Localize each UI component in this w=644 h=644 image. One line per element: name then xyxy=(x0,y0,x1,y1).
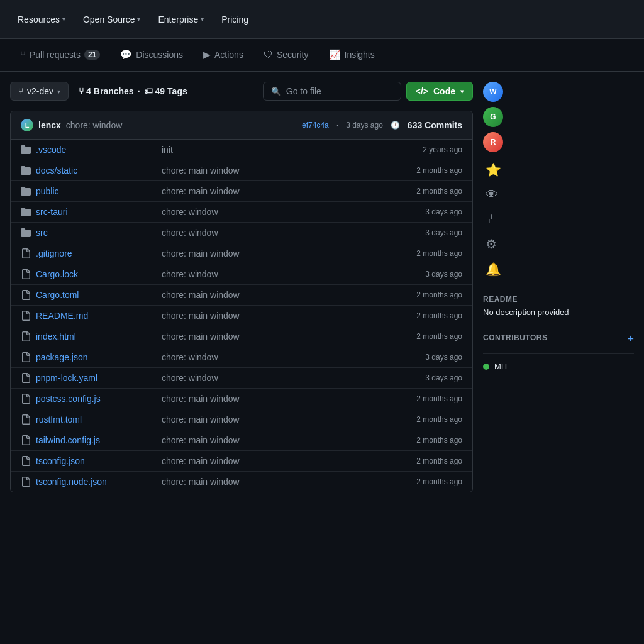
nav-opensource-chevron: ▾ xyxy=(137,16,140,23)
file-commit-message: chore: window xyxy=(162,207,387,217)
table-row: index.html chore: main window 2 months a… xyxy=(11,326,472,347)
file-name[interactable]: rustfmt.toml xyxy=(36,414,162,425)
commit-meta: ef74c4a · 3 days ago 🕐 633 Commits xyxy=(302,120,462,130)
file-name[interactable]: README.md xyxy=(36,311,162,321)
file-time: 2 months ago xyxy=(387,436,462,445)
table-row: tsconfig.json chore: main window 2 month… xyxy=(11,451,472,472)
branch-icon: ⑂ xyxy=(18,86,23,96)
file-name[interactable]: tailwind.config.js xyxy=(36,435,162,445)
nav-opensource[interactable]: Open Source ▾ xyxy=(75,9,148,30)
commit-time: 3 days ago xyxy=(346,121,383,130)
license-row: MIT xyxy=(483,362,634,371)
license-value: MIT xyxy=(494,362,508,371)
file-rows: .vscode init 2 years ago docs/static cho… xyxy=(11,140,472,492)
nav-enterprise[interactable]: Enterprise ▾ xyxy=(150,9,211,30)
table-row: public chore: main window 2 months ago xyxy=(11,181,472,202)
file-commit-message: chore: window xyxy=(162,228,387,238)
tab-pull-requests-label: Pull requests xyxy=(30,50,80,60)
file-commit-message: init xyxy=(162,145,387,155)
sidebar-avatar-3[interactable]: R xyxy=(483,132,503,152)
file-time: 3 days ago xyxy=(387,374,462,382)
readme-label: README xyxy=(483,295,634,304)
discussions-icon: 💬 xyxy=(120,49,132,60)
file-commit-message: chore: main window xyxy=(162,248,387,258)
sidebar-contributor-section: Contributors + xyxy=(483,325,634,346)
file-name[interactable]: .gitignore xyxy=(36,248,162,258)
nav-resources[interactable]: Resources ▾ xyxy=(10,9,73,30)
branch-name: v2-dev xyxy=(27,86,53,96)
file-name[interactable]: postcss.config.js xyxy=(36,394,162,404)
pull-requests-icon: ⑂ xyxy=(20,49,26,60)
pull-requests-badge: 21 xyxy=(84,50,100,60)
file-name[interactable]: Cargo.lock xyxy=(36,269,162,279)
right-sidebar: W G R ⭐ 👁 ⑂ ⚙ 🔔 README No description pr… xyxy=(483,82,634,492)
file-name[interactable]: package.json xyxy=(36,352,162,362)
file-name[interactable]: src xyxy=(36,228,162,238)
avatar: L xyxy=(21,119,33,131)
tab-pull-requests[interactable]: ⑂ Pull requests 21 xyxy=(10,42,110,69)
file-commit-message: chore: main window xyxy=(162,456,387,466)
nav-pricing-label: Pricing xyxy=(221,14,248,25)
tab-security[interactable]: 🛡 Security xyxy=(253,42,319,69)
file-name[interactable]: .vscode xyxy=(36,145,162,155)
table-row: src-tauri chore: window 3 days ago xyxy=(11,202,472,223)
goto-file-search[interactable]: 🔍 Go to file xyxy=(263,82,401,101)
file-time: 3 days ago xyxy=(387,228,462,237)
branch-icon-small: ⑂ xyxy=(79,86,84,96)
license-dot xyxy=(483,364,489,370)
file-name[interactable]: tsconfig.node.json xyxy=(36,477,162,487)
table-row: README.md chore: main window 2 months ag… xyxy=(11,306,472,326)
file-name[interactable]: docs/static xyxy=(36,165,162,175)
commit-author-info: L lencx chore: window xyxy=(21,119,122,131)
sidebar-avatar-1[interactable]: W xyxy=(483,82,503,102)
code-button[interactable]: </> Code ▾ xyxy=(406,82,473,101)
sidebar-icon-star[interactable]: ⭐ xyxy=(483,160,634,180)
file-commit-message: chore: window xyxy=(162,373,387,383)
branch-meta: ⑂ 4 Branches · 🏷 49 Tags xyxy=(79,86,187,96)
file-time: 2 months ago xyxy=(387,166,462,175)
file-commit-message: chore: window xyxy=(162,352,387,362)
contributor-header: Contributors + xyxy=(483,333,634,346)
sidebar-avatar-2[interactable]: G xyxy=(483,107,503,127)
file-time: 2 months ago xyxy=(387,394,462,403)
nav-opensource-label: Open Source xyxy=(83,14,135,25)
sidebar-icon-fork[interactable]: ⑂ xyxy=(483,209,634,229)
main-content: ⑂ v2-dev ▾ ⑂ 4 Branches · 🏷 49 Tags 🔍 xyxy=(0,72,644,502)
nav-pricing[interactable]: Pricing xyxy=(214,9,256,30)
commit-hash[interactable]: ef74c4a xyxy=(302,121,329,130)
add-contributor-btn[interactable]: + xyxy=(627,333,634,346)
table-row: Cargo.toml chore: main window 2 months a… xyxy=(11,285,472,306)
tab-actions[interactable]: ▶ Actions xyxy=(193,42,253,69)
file-name[interactable]: pnpm-lock.yaml xyxy=(36,373,162,383)
file-commit-message: chore: main window xyxy=(162,331,387,341)
sidebar-icon-settings[interactable]: ⚙ xyxy=(483,234,634,254)
commit-author-name[interactable]: lencx xyxy=(38,120,61,130)
sidebar-avatars: W G R xyxy=(483,82,634,152)
branches-label: Branches xyxy=(94,86,134,96)
file-name[interactable]: public xyxy=(36,186,162,196)
table-row: package.json chore: window 3 days ago xyxy=(11,347,472,368)
file-time: 2 months ago xyxy=(387,457,462,465)
file-time: 2 months ago xyxy=(387,187,462,196)
tag-icon: 🏷 xyxy=(144,86,153,96)
sidebar-icon-bell[interactable]: 🔔 xyxy=(483,259,634,279)
top-nav: Resources ▾ Open Source ▾ Enterprise ▾ P… xyxy=(0,0,644,39)
branch-selector[interactable]: ⑂ v2-dev ▾ xyxy=(10,82,69,101)
tab-insights[interactable]: 📈 Insights xyxy=(319,42,385,69)
file-name[interactable]: tsconfig.json xyxy=(36,456,162,466)
tags-label: Tags xyxy=(167,86,187,96)
file-name[interactable]: index.html xyxy=(36,331,162,341)
file-commit-message: chore: main window xyxy=(162,435,387,445)
branch-bar-right: 🔍 Go to file </> Code ▾ xyxy=(263,82,473,101)
tab-discussions[interactable]: 💬 Discussions xyxy=(110,42,193,69)
file-name[interactable]: Cargo.toml xyxy=(36,290,162,300)
insights-icon: 📈 xyxy=(329,49,341,60)
branch-chevron: ▾ xyxy=(57,88,60,95)
file-name[interactable]: src-tauri xyxy=(36,207,162,217)
sidebar-icon-watch[interactable]: 👁 xyxy=(483,185,634,204)
file-time: 2 months ago xyxy=(387,311,462,320)
commits-count[interactable]: 633 Commits xyxy=(408,120,462,130)
commit-row: L lencx chore: window ef74c4a · 3 days a… xyxy=(11,111,472,140)
code-icon: </> xyxy=(416,86,428,96)
file-commit-message: chore: main window xyxy=(162,186,387,196)
